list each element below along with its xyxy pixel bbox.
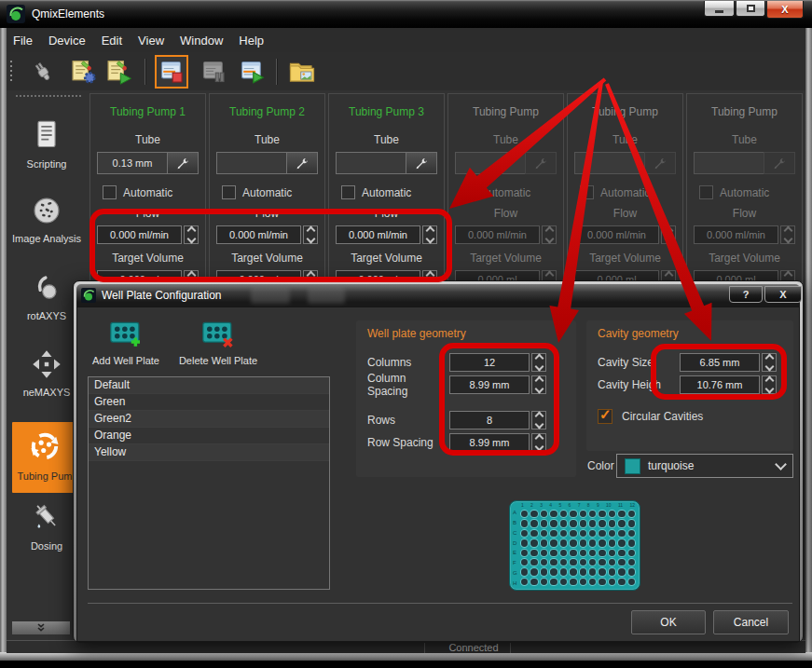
cancel-button[interactable]: Cancel	[713, 610, 789, 634]
spin-arrows[interactable]	[531, 353, 546, 372]
field-spinbox[interactable]: 10.76 mm	[680, 375, 777, 394]
sidebar-item-tubing-pump[interactable]: Tubing Pum	[12, 422, 77, 493]
flow-spinbox[interactable]: 0.000 ml/min	[97, 225, 199, 244]
add-well-plate-button[interactable]: Add Well Plate	[92, 320, 159, 366]
toolbar-drag-handle[interactable]	[9, 60, 13, 84]
delete-well-plate-button[interactable]: Delete Well Plate	[173, 320, 263, 366]
window-play-icon[interactable]	[237, 57, 267, 87]
dialog-icon	[81, 288, 96, 303]
menu-file[interactable]: File	[13, 34, 33, 48]
flow-spinbox[interactable]: 0.000 ml/min	[216, 225, 318, 244]
menu-device[interactable]: Device	[48, 34, 86, 48]
tube-input[interactable]: 0.13 mm	[97, 152, 167, 174]
plate-list-item[interactable]: Green2	[89, 411, 329, 428]
tube-input[interactable]	[455, 152, 525, 174]
well	[608, 549, 616, 557]
plug-icon[interactable]	[28, 57, 58, 87]
spin-arrows[interactable]	[531, 433, 546, 452]
well-plate-list[interactable]: DefaultGreenGreen2OrangeYellow	[88, 376, 330, 590]
spin-arrows[interactable]	[780, 225, 795, 244]
dialog-help-button[interactable]: ?	[729, 286, 763, 303]
target-volume-label: Target Volume	[589, 252, 661, 265]
spin-arrows[interactable]	[303, 225, 318, 244]
plate-list-item[interactable]: Green	[89, 394, 329, 411]
spin-value: 12	[449, 353, 530, 372]
automatic-checkbox[interactable]	[699, 185, 713, 199]
well	[549, 578, 557, 586]
plate-col-label: 12	[629, 502, 635, 508]
spin-arrows[interactable]	[422, 225, 437, 244]
spin-arrows[interactable]	[762, 375, 777, 394]
wrench-icon[interactable]	[167, 152, 199, 174]
close-button[interactable]: X	[766, 1, 804, 19]
field-spinbox[interactable]: 12	[449, 353, 546, 372]
wrench-icon[interactable]	[525, 152, 557, 174]
menu-help[interactable]: Help	[239, 34, 264, 48]
wrench-icon[interactable]	[286, 152, 318, 174]
spin-arrows[interactable]	[531, 375, 546, 394]
flow-spinbox[interactable]: 0.000 ml/min	[694, 225, 795, 244]
flow-spinbox[interactable]: 0.000 ml/min	[574, 225, 676, 244]
field-spinbox[interactable]: 6.85 mm	[680, 353, 777, 372]
tube-row	[455, 152, 557, 174]
well	[579, 519, 587, 527]
sidebar-item-image-analysis[interactable]: Image Analysis	[10, 196, 83, 244]
automatic-checkbox[interactable]	[341, 185, 355, 199]
well	[540, 567, 548, 576]
wrench-icon[interactable]	[644, 152, 676, 174]
circular-cavities-checkbox[interactable]: ✓	[598, 409, 612, 424]
sidebar-collapse-button[interactable]	[12, 621, 70, 634]
tube-input[interactable]	[216, 152, 286, 174]
plate-list-item[interactable]: Yellow	[89, 444, 329, 461]
ok-button[interactable]: OK	[631, 610, 706, 634]
tube-label: Tube	[612, 133, 638, 146]
plate-row-label: F	[513, 560, 517, 566]
automatic-checkbox[interactable]	[461, 185, 475, 199]
maximize-button[interactable]	[736, 1, 765, 17]
plate-list-item[interactable]: Orange	[89, 428, 329, 444]
well	[540, 510, 548, 518]
flow-label: Flow	[255, 207, 279, 220]
well	[540, 578, 548, 586]
tube-input[interactable]	[694, 152, 764, 174]
spin-arrows[interactable]	[661, 225, 676, 244]
automatic-checkbox[interactable]	[580, 185, 594, 199]
plate-wells	[520, 510, 636, 586]
flow-spinbox[interactable]: 0.000 ml/min	[336, 225, 437, 244]
menu-window[interactable]: Window	[180, 34, 223, 48]
menu-view[interactable]: View	[138, 34, 164, 48]
spin-arrows[interactable]	[762, 353, 777, 372]
wrench-icon[interactable]	[764, 152, 795, 174]
automatic-checkbox[interactable]	[103, 185, 117, 199]
automatic-label: Automatic	[242, 186, 292, 199]
rotaxys-knob-icon	[33, 273, 61, 305]
dialog-titlebar[interactable]: Well Plate Configuration ? X	[76, 284, 800, 307]
tube-row	[694, 152, 795, 174]
wrench-icon[interactable]	[406, 152, 437, 174]
sidebar-item-scripting[interactable]: Scripting	[10, 119, 83, 170]
window-pause-icon[interactable]	[199, 57, 228, 87]
automatic-checkbox[interactable]	[222, 185, 236, 199]
field-spinbox[interactable]: 8.99 mm	[449, 375, 546, 394]
tube-input[interactable]	[336, 152, 406, 174]
field-spinbox[interactable]: 8.99 mm	[449, 433, 546, 452]
color-combobox[interactable]: turquoise	[616, 454, 793, 478]
dialog-close-button[interactable]: X	[764, 286, 802, 303]
window-stop-icon[interactable]	[155, 55, 188, 89]
spin-arrows[interactable]	[542, 225, 557, 244]
spin-arrows[interactable]	[531, 411, 546, 429]
plate-list-item[interactable]: Default	[89, 377, 329, 394]
flow-spinbox[interactable]: 0.000 ml/min	[455, 225, 557, 244]
well	[608, 510, 616, 518]
field-spinbox[interactable]: 8	[449, 411, 546, 429]
spin-arrows[interactable]	[184, 225, 199, 244]
app-icon	[7, 5, 25, 23]
well	[540, 538, 548, 547]
tube-input[interactable]	[574, 152, 644, 174]
menu-edit[interactable]: Edit	[102, 34, 122, 48]
script-play-icon[interactable]	[104, 57, 134, 87]
script-gear-icon[interactable]	[69, 57, 99, 87]
minimize-button[interactable]	[704, 1, 735, 17]
folder-image-icon[interactable]	[287, 57, 317, 87]
well	[579, 529, 587, 538]
